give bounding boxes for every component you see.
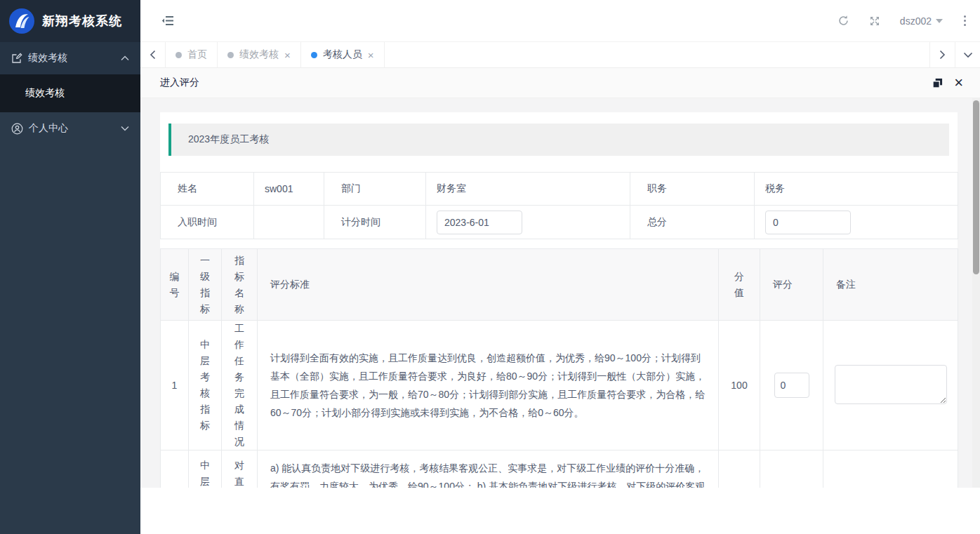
tab-label: 考核人员 [323,48,362,61]
caret-down-icon [936,19,943,23]
tab-close-icon[interactable]: × [368,50,374,60]
cell-remark [823,450,958,488]
tab-dot [176,52,182,58]
total-score-label: 总分 [630,206,755,239]
dept-label: 部门 [324,173,426,206]
kebab-menu-icon[interactable] [962,14,967,27]
score-time-label: 计分时间 [324,206,426,239]
tab-label: 首页 [187,48,207,61]
hire-date-value [254,206,324,239]
col-header-indicator: 指标名称 [222,249,258,321]
edit-icon [11,53,22,64]
total-score-input[interactable] [765,211,851,234]
cell-rating [760,450,823,488]
table-row: 1 中层考核指标 工作任务完成情况 计划得到全面有效的实施，且工作质量达到优良，… [161,321,958,450]
user-icon [11,123,23,135]
table-row: 中层考核指标 对直线 a) 能认真负责地对下级进行考核，考核结果客观公正、实事求… [161,450,958,488]
dialog-body: 2023年度员工考核 姓名 sw001 部门 财务室 职务 税务 入职时间 [140,98,980,488]
app-title: 新翔考核系统 [42,13,122,29]
main-area: dsz002 首页 绩效考核 × 考核人员 × [140,0,980,534]
col-header-no: 编号 [161,249,189,321]
scrollbar-thumb[interactable] [973,100,979,274]
name-value: sw001 [254,173,324,206]
cell-rating [760,321,823,450]
cell-standard: a) 能认真负责地对下级进行考核，考核结果客观公正、实事求是，对下级工作业绩的评… [258,450,719,488]
logo-area: 新翔考核系统 [0,0,140,42]
tab-dot [311,52,317,58]
tab-assessed-staff[interactable]: 考核人员 × [301,42,385,67]
card-title: 2023年度员工考核 [188,133,269,146]
refresh-icon[interactable] [837,15,849,27]
hire-date-label: 入职时间 [161,206,254,239]
cell-level1: 中层考核指标 [189,450,222,488]
scoring-table: 编号 一级指标 指标名称 评分标准 分值 评分 备注 1 中层考核指标 工作任务… [160,248,958,488]
username: dsz002 [900,15,932,27]
tab-home[interactable]: 首页 [166,42,218,67]
cell-indicator: 对直线 [222,450,258,488]
sidebar-menu: 绩效考核 绩效考核 个人中心 [0,42,140,145]
tabs-list-dropdown-button[interactable] [955,42,980,67]
cell-score [719,450,760,488]
tab-label: 绩效考核 [239,48,279,61]
duty-label: 职务 [630,173,755,206]
cell-level1: 中层考核指标 [189,321,222,450]
dialog-header: 进入评分 × [140,68,980,98]
name-label: 姓名 [161,173,254,206]
tabbar-spacer [385,42,929,67]
sidebar-subitem-label: 绩效考核 [25,87,65,100]
card-title-bar: 2023年度员工考核 [168,124,949,156]
close-icon[interactable]: × [954,75,963,91]
cell-no [161,450,189,488]
dialog-title: 进入评分 [160,76,199,89]
topbar: dsz002 [140,0,980,42]
cell-indicator: 工作任务完成情况 [222,321,258,450]
sidebar-item-personal-center[interactable]: 个人中心 [0,112,140,145]
score-time-input[interactable] [437,211,522,234]
remark-textarea[interactable] [835,365,947,404]
col-header-score: 分值 [719,249,760,321]
info-row-1: 姓名 sw001 部门 财务室 职务 税务 [161,173,958,206]
cell-remark [823,321,958,450]
chevron-down-icon [121,126,129,131]
tab-performance[interactable]: 绩效考核 × [218,42,301,67]
info-row-2: 入职时间 计分时间 总分 [161,206,958,239]
fullscreen-icon[interactable] [869,15,880,27]
employee-info-table: 姓名 sw001 部门 财务室 职务 税务 入职时间 计分时间 总分 [160,172,958,239]
col-header-remark: 备注 [823,249,958,321]
rating-input[interactable] [774,373,809,398]
cell-standard: 计划得到全面有效的实施，且工作质量达到优良，创造超额价值，为优秀，给90～100… [258,321,719,450]
app-logo-icon [8,8,35,34]
tab-close-icon[interactable]: × [284,50,291,60]
tabs-scroll-right-button[interactable] [929,42,955,67]
sidebar-item-performance[interactable]: 绩效考核 [0,42,140,74]
scoring-table-header: 编号 一级指标 指标名称 评分标准 分值 评分 备注 [161,249,958,321]
maximize-icon[interactable] [932,78,943,88]
user-dropdown[interactable]: dsz002 [900,15,943,27]
chevron-up-icon [121,55,129,61]
app-window: 新翔考核系统 绩效考核 绩效考核 [0,0,980,534]
tabs-scroll-left-button[interactable] [140,42,166,67]
col-header-rating: 评分 [760,249,823,321]
sidebar-item-label: 个人中心 [29,122,121,135]
collapse-sidebar-icon[interactable] [161,15,174,26]
col-header-standard: 评分标准 [258,249,719,321]
dept-value: 财务室 [426,173,630,206]
duty-value: 税务 [755,173,958,206]
cell-score: 100 [719,321,760,450]
sidebar-subitem-performance[interactable]: 绩效考核 [0,74,140,112]
assessment-card: 2023年度员工考核 姓名 sw001 部门 财务室 职务 税务 入职时间 [160,112,958,488]
col-header-level1: 一级指标 [189,249,222,321]
cell-no: 1 [161,321,189,450]
content-bottom-spacer [140,488,980,534]
sidebar-item-label: 绩效考核 [28,52,121,65]
tabbar: 首页 绩效考核 × 考核人员 × [140,42,980,68]
scrollbar[interactable] [972,98,980,488]
tab-dot [227,52,234,58]
sidebar: 新翔考核系统 绩效考核 绩效考核 [0,0,140,534]
